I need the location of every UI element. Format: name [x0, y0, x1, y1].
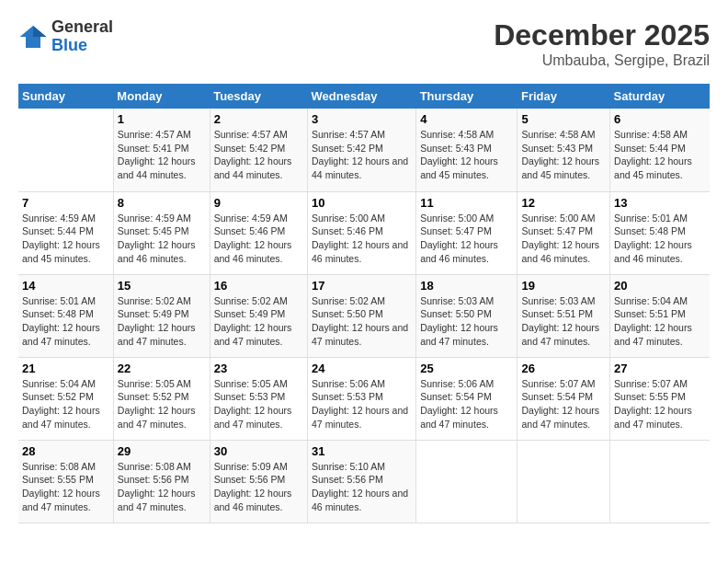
calendar-cell: 9Sunrise: 4:59 AMSunset: 5:46 PMDaylight…	[210, 191, 307, 274]
day-number: 14	[22, 279, 109, 293]
day-number: 28	[22, 444, 109, 458]
title-area: December 2025 Umbauba, Sergipe, Brazil	[494, 18, 710, 69]
logo: General Blue	[18, 18, 113, 55]
svg-marker-1	[33, 26, 46, 37]
calendar-cell	[416, 440, 518, 523]
day-info: Sunrise: 5:02 AMSunset: 5:49 PMDaylight:…	[214, 294, 303, 349]
calendar-cell: 18Sunrise: 5:03 AMSunset: 5:50 PMDayligh…	[416, 274, 518, 357]
day-info: Sunrise: 5:04 AMSunset: 5:52 PMDaylight:…	[22, 377, 109, 431]
day-info: Sunrise: 5:08 AMSunset: 5:55 PMDaylight:…	[22, 460, 109, 514]
day-number: 11	[420, 196, 513, 210]
calendar-cell: 12Sunrise: 5:00 AMSunset: 5:47 PMDayligh…	[518, 191, 610, 274]
calendar-cell	[610, 440, 710, 523]
day-number: 22	[118, 362, 206, 375]
weekday-header-wednesday: Wednesday	[308, 84, 416, 109]
weekday-header-friday: Friday	[518, 84, 610, 109]
day-number: 18	[420, 279, 513, 293]
weekday-header-monday: Monday	[113, 84, 210, 109]
weekday-header-thursday: Thursday	[416, 84, 518, 109]
day-number: 27	[614, 362, 706, 375]
calendar-week-row: 1Sunrise: 4:57 AMSunset: 5:41 PMDaylight…	[18, 109, 710, 191]
logo-icon	[18, 22, 48, 52]
day-info: Sunrise: 5:01 AMSunset: 5:48 PMDaylight:…	[22, 294, 109, 349]
day-number: 7	[22, 196, 109, 210]
calendar-cell: 26Sunrise: 5:07 AMSunset: 5:54 PMDayligh…	[518, 357, 610, 440]
day-info: Sunrise: 4:59 AMSunset: 5:44 PMDaylight:…	[22, 212, 109, 266]
calendar-cell: 4Sunrise: 4:58 AMSunset: 5:43 PMDaylight…	[416, 109, 518, 191]
calendar-cell: 27Sunrise: 5:07 AMSunset: 5:55 PMDayligh…	[610, 357, 710, 440]
day-info: Sunrise: 5:10 AMSunset: 5:56 PMDaylight:…	[312, 460, 412, 514]
day-number: 1	[118, 112, 206, 126]
logo-blue-text: Blue	[51, 36, 87, 54]
day-number: 6	[614, 112, 706, 126]
day-number: 3	[312, 112, 412, 126]
day-number: 31	[312, 444, 412, 458]
day-info: Sunrise: 5:00 AMSunset: 5:47 PMDaylight:…	[521, 212, 606, 266]
calendar-cell	[518, 440, 610, 523]
calendar-cell: 21Sunrise: 5:04 AMSunset: 5:52 PMDayligh…	[18, 357, 113, 440]
day-info: Sunrise: 4:59 AMSunset: 5:45 PMDaylight:…	[118, 212, 206, 266]
calendar-cell: 25Sunrise: 5:06 AMSunset: 5:54 PMDayligh…	[416, 357, 518, 440]
day-number: 20	[614, 279, 706, 293]
calendar-cell: 22Sunrise: 5:05 AMSunset: 5:52 PMDayligh…	[113, 357, 210, 440]
day-info: Sunrise: 5:02 AMSunset: 5:49 PMDaylight:…	[118, 294, 206, 349]
day-info: Sunrise: 4:58 AMSunset: 5:43 PMDaylight:…	[420, 128, 513, 182]
calendar-cell: 6Sunrise: 4:58 AMSunset: 5:44 PMDaylight…	[610, 109, 710, 191]
day-info: Sunrise: 5:08 AMSunset: 5:56 PMDaylight:…	[118, 460, 206, 514]
weekday-header-tuesday: Tuesday	[210, 84, 307, 109]
day-number: 9	[214, 196, 303, 210]
calendar-cell: 5Sunrise: 4:58 AMSunset: 5:43 PMDaylight…	[518, 109, 610, 191]
calendar-cell	[18, 109, 113, 191]
day-info: Sunrise: 5:06 AMSunset: 5:54 PMDaylight:…	[420, 377, 513, 431]
calendar-cell: 1Sunrise: 4:57 AMSunset: 5:41 PMDaylight…	[113, 109, 210, 191]
calendar-cell: 2Sunrise: 4:57 AMSunset: 5:42 PMDaylight…	[210, 109, 307, 191]
day-info: Sunrise: 5:05 AMSunset: 5:52 PMDaylight:…	[118, 377, 206, 431]
calendar-cell: 16Sunrise: 5:02 AMSunset: 5:49 PMDayligh…	[210, 274, 307, 357]
day-info: Sunrise: 4:57 AMSunset: 5:41 PMDaylight:…	[118, 128, 206, 182]
day-info: Sunrise: 5:04 AMSunset: 5:51 PMDaylight:…	[614, 294, 706, 349]
day-info: Sunrise: 5:00 AMSunset: 5:47 PMDaylight:…	[420, 212, 513, 266]
location-subtitle: Umbauba, Sergipe, Brazil	[494, 52, 710, 69]
calendar-cell: 20Sunrise: 5:04 AMSunset: 5:51 PMDayligh…	[610, 274, 710, 357]
calendar-cell: 23Sunrise: 5:05 AMSunset: 5:53 PMDayligh…	[210, 357, 307, 440]
day-info: Sunrise: 5:03 AMSunset: 5:51 PMDaylight:…	[521, 294, 606, 349]
day-info: Sunrise: 5:00 AMSunset: 5:46 PMDaylight:…	[312, 212, 412, 266]
day-info: Sunrise: 5:01 AMSunset: 5:48 PMDaylight:…	[614, 212, 706, 266]
day-info: Sunrise: 5:02 AMSunset: 5:50 PMDaylight:…	[312, 294, 412, 349]
day-number: 2	[214, 112, 303, 126]
calendar-cell: 28Sunrise: 5:08 AMSunset: 5:55 PMDayligh…	[18, 440, 113, 523]
day-info: Sunrise: 5:05 AMSunset: 5:53 PMDaylight:…	[214, 377, 303, 431]
weekday-header-sunday: Sunday	[18, 84, 113, 109]
calendar-cell: 15Sunrise: 5:02 AMSunset: 5:49 PMDayligh…	[113, 274, 210, 357]
day-number: 30	[214, 444, 303, 458]
day-number: 16	[214, 279, 303, 293]
day-info: Sunrise: 4:57 AMSunset: 5:42 PMDaylight:…	[214, 128, 303, 182]
day-number: 25	[420, 362, 513, 375]
day-info: Sunrise: 5:07 AMSunset: 5:55 PMDaylight:…	[614, 377, 706, 431]
calendar-cell: 17Sunrise: 5:02 AMSunset: 5:50 PMDayligh…	[308, 274, 416, 357]
day-info: Sunrise: 4:59 AMSunset: 5:46 PMDaylight:…	[214, 212, 303, 266]
logo-general-text: General	[51, 17, 113, 36]
day-info: Sunrise: 4:58 AMSunset: 5:43 PMDaylight:…	[521, 128, 606, 182]
weekday-header-row: SundayMondayTuesdayWednesdayThursdayFrid…	[18, 84, 710, 109]
month-year-title: December 2025	[494, 18, 710, 52]
header-area: General Blue December 2025 Umbauba, Serg…	[18, 18, 710, 69]
day-info: Sunrise: 4:57 AMSunset: 5:42 PMDaylight:…	[312, 128, 412, 182]
day-number: 12	[521, 196, 606, 210]
day-number: 24	[312, 362, 412, 375]
calendar-cell: 31Sunrise: 5:10 AMSunset: 5:56 PMDayligh…	[308, 440, 416, 523]
day-number: 19	[521, 279, 606, 293]
logo-text: General Blue	[51, 18, 113, 55]
calendar-cell: 29Sunrise: 5:08 AMSunset: 5:56 PMDayligh…	[113, 440, 210, 523]
day-number: 17	[312, 279, 412, 293]
day-info: Sunrise: 5:07 AMSunset: 5:54 PMDaylight:…	[521, 377, 606, 431]
calendar-cell: 11Sunrise: 5:00 AMSunset: 5:47 PMDayligh…	[416, 191, 518, 274]
calendar-table: SundayMondayTuesdayWednesdayThursdayFrid…	[18, 84, 710, 523]
calendar-cell: 7Sunrise: 4:59 AMSunset: 5:44 PMDaylight…	[18, 191, 113, 274]
calendar-cell: 10Sunrise: 5:00 AMSunset: 5:46 PMDayligh…	[308, 191, 416, 274]
day-info: Sunrise: 5:03 AMSunset: 5:50 PMDaylight:…	[420, 294, 513, 349]
calendar-week-row: 28Sunrise: 5:08 AMSunset: 5:55 PMDayligh…	[18, 440, 710, 523]
calendar-week-row: 7Sunrise: 4:59 AMSunset: 5:44 PMDaylight…	[18, 191, 710, 274]
calendar-cell: 14Sunrise: 5:01 AMSunset: 5:48 PMDayligh…	[18, 274, 113, 357]
calendar-week-row: 21Sunrise: 5:04 AMSunset: 5:52 PMDayligh…	[18, 357, 710, 440]
